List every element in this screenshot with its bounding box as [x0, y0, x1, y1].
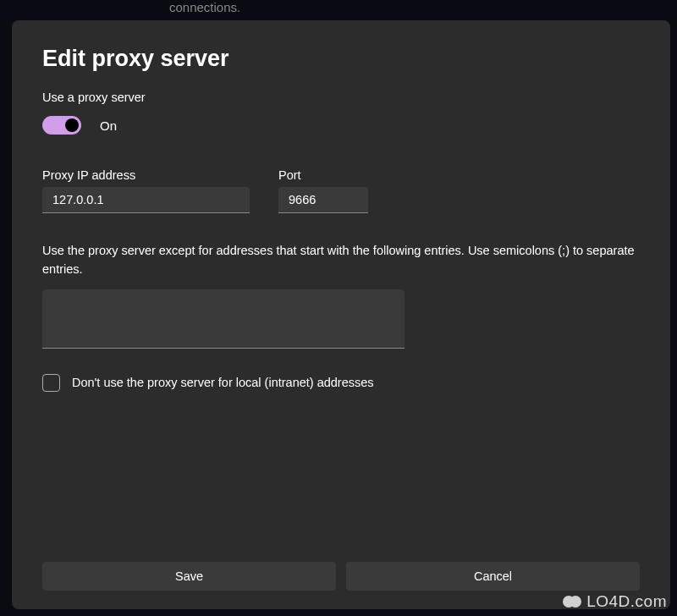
- ip-input-group: Proxy IP address: [42, 168, 250, 213]
- toggle-state-label: On: [100, 118, 117, 133]
- use-proxy-label: Use a proxy server: [42, 91, 640, 104]
- local-addresses-row: Don't use the proxy server for local (in…: [42, 374, 640, 392]
- toggle-knob: [65, 118, 79, 132]
- port-label: Port: [278, 168, 368, 182]
- use-proxy-toggle[interactable]: [42, 116, 81, 135]
- save-button[interactable]: Save: [42, 562, 336, 591]
- address-port-row: Proxy IP address Port: [42, 168, 640, 213]
- exceptions-description: Use the proxy server except for addresse…: [42, 242, 640, 279]
- dialog-buttons: Save Cancel: [42, 562, 640, 591]
- watermark-logo-icon: [563, 592, 581, 611]
- port-input-group: Port: [278, 168, 368, 213]
- cancel-button[interactable]: Cancel: [346, 562, 640, 591]
- watermark-text: LO4D.com: [586, 592, 667, 611]
- port-input[interactable]: [278, 187, 368, 213]
- dialog-title: Edit proxy server: [42, 46, 640, 72]
- edit-proxy-dialog: Edit proxy server Use a proxy server On …: [12, 20, 670, 609]
- watermark: LO4D.com: [563, 592, 667, 611]
- local-addresses-label: Don't use the proxy server for local (in…: [72, 376, 374, 389]
- ip-input[interactable]: [42, 187, 250, 213]
- ip-label: Proxy IP address: [42, 168, 250, 182]
- toggle-row: On: [42, 116, 640, 135]
- local-addresses-checkbox[interactable]: [42, 374, 60, 392]
- exceptions-textarea[interactable]: [42, 289, 405, 349]
- background-text: connections.: [169, 0, 240, 14]
